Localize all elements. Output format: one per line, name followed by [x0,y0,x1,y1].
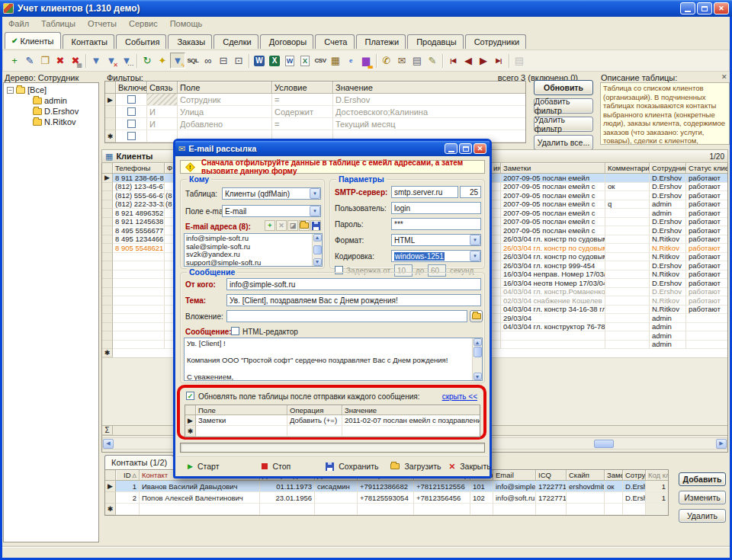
filter-enabled-cell[interactable] [116,118,147,130]
filter-field-cell[interactable]: Добавлено [178,118,272,130]
mobile-cell[interactable]: 102 [470,492,493,504]
chevron-down-icon[interactable]: ▼ [470,235,480,245]
delete-record-icon[interactable]: ✖ [53,53,68,69]
contact-button[interactable]: Удалить [679,509,726,523]
skype-cell[interactable]: ershovdmitriy [567,481,605,492]
phone-cell[interactable] [113,288,165,297]
filter-link-cell[interactable]: И [147,106,178,118]
contact-row[interactable]: ▶ 1 Иванов Василий Давыдович 01.11.1973 … [105,481,668,492]
chevron-down-icon[interactable]: ▼ [470,251,480,261]
contact-row[interactable]: ✱ [105,504,668,515]
dialog-close-action-button[interactable]: ✕ Закрыть [448,462,490,471]
filter-link-cell[interactable] [147,94,178,106]
restore-button[interactable] [697,2,712,14]
status-cell[interactable] [686,331,727,341]
refresh-icon[interactable]: ↻ [140,53,155,69]
save-addresses-icon[interactable] [310,220,321,231]
tab[interactable]: Договоры [260,34,313,49]
quick-filter-icon[interactable]: ▼ ϟ [170,53,185,69]
col-header-employee[interactable]: Сотрудник [650,163,686,174]
checkbox-icon[interactable] [127,95,136,104]
phone-cell[interactable]: 8 911 238-66-82 [113,174,165,183]
dial-phone-icon[interactable]: ✆ [379,53,394,69]
comments-cell[interactable] [605,341,650,350]
notes-cell[interactable]: 26/03/04 гл. констр по судовым [501,253,605,262]
filter-row[interactable]: ▶ Сотрудник = D.Ershov [105,94,525,106]
email-field-select[interactable]: E-mail ▼ [222,205,321,217]
birth-cell[interactable] [260,504,315,515]
employee-cell[interactable]: admin [650,331,686,341]
client-code-cell[interactable] [646,504,668,515]
hide-link[interactable]: скрыть << [442,392,477,401]
col-header-field[interactable]: Поле [178,82,272,94]
phone-cell[interactable] [113,323,165,332]
minimize-button[interactable] [680,2,695,14]
tab[interactable]: Сотрудники [465,34,527,49]
phone-cell[interactable]: (812) 555-66-67 [113,191,165,200]
employee-cell[interactable]: N.Ritkov [650,306,686,315]
edit-note-icon[interactable]: ✎ [425,53,440,69]
delete-address-icon[interactable]: ✕ [276,220,287,231]
col-header-cond[interactable]: Условие [272,82,333,94]
status-cell[interactable]: работают [686,253,727,262]
phone-cell[interactable]: 8 921 1245638 [113,218,165,227]
delete-all-icon[interactable]: ✖ ▦ [68,53,83,69]
scroll-thumb[interactable] [594,440,614,448]
tree-item[interactable]: admin [4,95,98,106]
email-cell[interactable] [493,504,536,515]
scroll-down-icon[interactable]: ▼ [313,258,322,266]
comments-cell[interactable] [605,279,650,288]
lookup-filter-icon[interactable]: ✦ [155,53,170,69]
contact-cell[interactable]: Иванов Василий Давыдович [140,481,260,492]
phone-cell[interactable]: (812) 123-45-67 [113,183,165,192]
update-row[interactable]: ▶ Заметки ▼ Добавить (+=) 2011-02-07 пос… [185,415,480,426]
comments-cell[interactable]: q [605,200,650,210]
tree-item[interactable]: − [Все] [4,85,98,95]
close-button[interactable]: ✕ [714,2,729,14]
notes-cell[interactable]: 26/03/04 гл. констр по судовым [501,235,605,245]
scroll-up-icon[interactable]: ▲ [474,338,482,346]
menu-item[interactable]: Таблицы [35,19,82,28]
phone-cell[interactable] [113,270,165,280]
filter-field-cell[interactable]: Улица [178,106,272,118]
contact-cell[interactable]: Попов Алексей Валентинович [140,492,260,504]
client-code-cell[interactable]: 1 [646,481,668,492]
comments-cell[interactable] [605,226,650,235]
notes-cell[interactable]: 16/03/04 неправ. Номер 17/03/04 [501,270,605,280]
copy-record-icon[interactable]: ❐ [37,53,53,69]
tab[interactable]: ✔ Клиенты [5,32,61,49]
phone-cell[interactable] [113,261,165,270]
notes-cell[interactable]: 2007-09-05 послан емейл с [501,191,605,200]
notes-cell[interactable]: 2007-09-05 послан емейл с [501,218,605,227]
email-cell[interactable]: info@soft.ru [493,492,536,504]
col-header-operation[interactable]: Операция [287,405,342,415]
client-code-cell[interactable]: 1 [646,492,668,504]
stop-button[interactable]: Стоп [262,462,291,471]
icq-cell[interactable]: 17227718 [536,481,567,492]
password-input[interactable]: *** [391,218,481,230]
nav-first-icon[interactable]: |◀ [445,53,461,69]
message-vscrollbar[interactable]: ▲ ▼ [472,338,482,380]
col-header-notes[interactable]: Заметки [605,470,623,481]
work-phone-cell[interactable] [414,504,470,515]
tab[interactable]: Контакты [63,34,115,49]
col-header-phones[interactable]: Телефоны [113,163,165,174]
comments-cell[interactable] [605,253,650,262]
filter-button[interactable]: Обновить [534,80,593,95]
comments-cell[interactable] [605,323,650,332]
nav-next-icon[interactable]: ▶ [476,53,491,69]
phone-cell[interactable] [113,306,165,315]
scroll-thumb[interactable] [313,245,322,254]
filter-custom-icon[interactable]: ▼ ⋯ [119,53,134,69]
attachment-input[interactable] [226,310,467,322]
checkbox-icon[interactable] [127,107,136,116]
status-cell[interactable]: работают [686,174,727,183]
smtp-input[interactable]: smtp.server.ru [391,186,458,198]
clear-addresses-icon[interactable]: ◪ [287,220,298,231]
filter-enabled-cell[interactable] [116,130,147,142]
icq-cell[interactable] [536,504,567,515]
operation-cell[interactable]: Добавить (+=) [287,415,342,426]
addresses-listbox[interactable]: info@simple-soft.rusale@simple-soft.rusv… [184,233,323,267]
record-properties-icon[interactable]: ▤ [409,53,425,69]
contact-cell[interactable] [140,504,260,515]
